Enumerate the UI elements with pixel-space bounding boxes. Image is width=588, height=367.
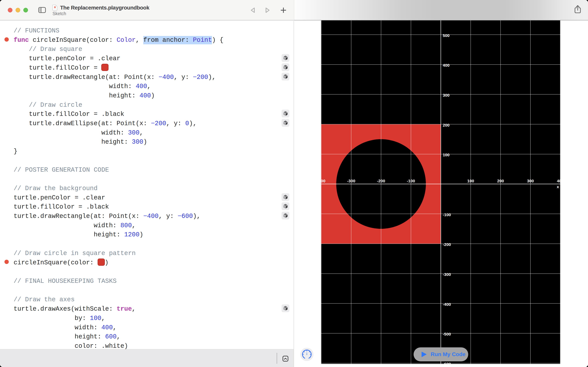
svg-text:300: 300 — [527, 179, 534, 183]
svg-text:-100: -100 — [443, 212, 451, 217]
svg-text:-600: -600 — [443, 362, 451, 364]
svg-text:200: 200 — [497, 179, 504, 183]
svg-text:-400: -400 — [443, 302, 451, 307]
svg-text:-300: -300 — [347, 179, 355, 183]
svg-text:x: x — [557, 184, 559, 189]
svg-text:400: 400 — [443, 63, 450, 67]
svg-text:-100: -100 — [407, 179, 415, 183]
svg-text:500: 500 — [443, 33, 450, 38]
svg-text:400: 400 — [557, 179, 560, 183]
svg-text:300: 300 — [443, 93, 450, 97]
svg-text:100: 100 — [467, 179, 474, 183]
svg-text:-400: -400 — [321, 179, 325, 183]
svg-text:-200: -200 — [443, 242, 451, 247]
svg-text:200: 200 — [443, 123, 450, 127]
svg-text:100: 100 — [443, 153, 450, 157]
svg-text:-500: -500 — [443, 332, 451, 336]
svg-text:-200: -200 — [377, 179, 385, 183]
svg-text:-300: -300 — [443, 272, 451, 277]
